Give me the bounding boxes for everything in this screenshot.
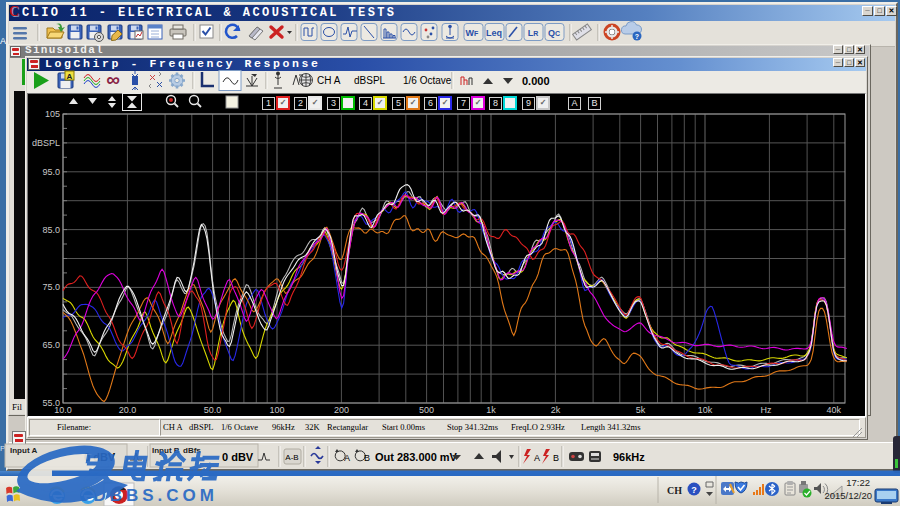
svg-text:JDBBS.COM: JDBBS.COM bbox=[80, 486, 218, 505]
